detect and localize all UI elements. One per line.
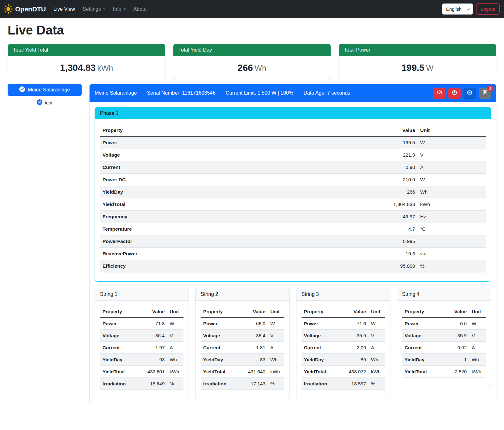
nav-live-view[interactable]: Live View [50, 4, 79, 15]
property-unit: V [268, 330, 284, 342]
column-header-unit: Unit [369, 306, 385, 318]
property-unit: var [418, 248, 486, 260]
property-name: Power [302, 318, 344, 330]
summary-card-total-yield-total: Total Yield Total 1,304.83kWh [8, 44, 165, 80]
inverter-select-test[interactable]: test [8, 99, 82, 106]
table-row: Irradiation17.143% [201, 378, 284, 390]
column-header-unit: Unit [268, 306, 284, 318]
property-value: 19.3 [376, 248, 418, 260]
property-value: 1.81 [243, 342, 268, 354]
table-row: Current2.00A [302, 342, 385, 354]
table-row: Temperature4.7°C [100, 223, 486, 235]
power-icon [451, 90, 457, 97]
inverter-panel-header: Meine Solaranlage Serial Number: 1161716… [90, 84, 496, 102]
power-toggle-button[interactable] [448, 88, 461, 99]
column-header-property: Property [201, 306, 243, 318]
property-value: 4.7 [376, 223, 418, 235]
inverter-select-meine-solaranlage[interactable]: Meine Solaranlage [8, 84, 82, 96]
brand[interactable]: OpenDTU [4, 4, 46, 14]
phase-body: Property Value Unit Power199.5WVoltage22… [95, 119, 491, 281]
property-unit: kWh [268, 366, 284, 378]
property-name: PowerFactor [100, 235, 376, 248]
property-value: 0.02 [445, 342, 469, 354]
string-table-head: Property Value Unit [100, 306, 184, 318]
inverter-actions: 2 [433, 88, 491, 99]
language-value: English [446, 6, 462, 12]
table-row: YieldTotal438.072kWh [302, 366, 385, 378]
table-row: Power71.8W [100, 318, 184, 330]
property-value: 431.640 [243, 366, 268, 378]
property-name: Temperature [100, 223, 376, 235]
property-unit: % [369, 378, 385, 390]
language-select[interactable]: English [442, 3, 473, 15]
phase-card: Phase 1 Property Value Unit Power199.5WV… [95, 107, 491, 282]
table-header-row: Property Value Unit [302, 306, 385, 318]
property-value: 2.00 [344, 342, 369, 354]
property-unit: Hz [418, 211, 486, 223]
nav-about[interactable]: About [130, 4, 151, 15]
table-row: YieldDay1Wh [402, 354, 486, 366]
property-value: 35.9 [445, 330, 469, 342]
column-header-property: Property [100, 124, 376, 137]
string-table-head: Property Value Unit [201, 306, 284, 318]
logout-button[interactable]: Logout [476, 3, 500, 15]
table-row: YieldTotal1,304.833kWh [100, 198, 486, 211]
table-row: YieldDay89Wh [302, 354, 385, 366]
string-table-body: Power71.8WVoltage36.4VCurrent1.97AYieldD… [100, 318, 184, 390]
table-header-row: Property Value Unit [100, 306, 184, 318]
summary-card-body: 199.5W [339, 56, 496, 80]
table-row: YieldTotal432.601kWh [100, 366, 184, 378]
property-unit: W [369, 318, 385, 330]
table-row: YieldTotal431.640kWh [201, 366, 284, 378]
property-unit: Wh [167, 354, 184, 366]
property-name: Voltage [100, 149, 376, 161]
summary-card-value: 266 [238, 63, 253, 73]
property-unit: Wh [369, 354, 385, 366]
column-header-value: Value [445, 306, 469, 318]
property-name: Voltage [402, 330, 445, 342]
property-name: Voltage [201, 330, 243, 342]
property-name: YieldTotal [402, 366, 445, 378]
property-value: 93 [142, 354, 167, 366]
table-row: Power199.5W [100, 137, 486, 149]
summary-card-unit: kWh [97, 64, 113, 72]
device-info-button[interactable] [464, 88, 476, 99]
property-name: Frequency [100, 211, 376, 223]
table-row: Power DC210.0W [100, 174, 486, 186]
property-name: Irradiation [100, 378, 142, 390]
limit-settings-button[interactable] [433, 88, 445, 99]
table-row: YieldDay83Wh [201, 354, 284, 366]
property-value: 18.597 [344, 378, 369, 390]
table-row: Irradiation18.597% [302, 378, 385, 390]
string-table: Property Value Unit Power71.8WVoltage36.… [100, 306, 184, 390]
property-value: 83 [243, 354, 268, 366]
phase-table-body: Power199.5WVoltage221.9VCurrent0.90APowe… [100, 137, 486, 272]
property-unit: kWh [167, 366, 184, 378]
event-log-button[interactable]: 2 [479, 88, 491, 99]
column-header-unit: Unit [469, 306, 486, 318]
caret-down-icon [103, 9, 105, 10]
property-unit [418, 235, 486, 248]
property-value: 1,304.833 [376, 198, 418, 211]
summary-card-unit: Wh [254, 64, 266, 72]
table-header-row: Property Value Unit [402, 306, 486, 318]
table-row: Voltage221.9V [100, 149, 486, 161]
property-unit: V [469, 330, 486, 342]
property-value: 266 [376, 186, 418, 198]
property-unit: A [418, 161, 486, 174]
property-name: YieldTotal [201, 366, 243, 378]
inverter-name: Meine Solaranlage [95, 90, 137, 96]
string-card-4: String 4 Property Value Unit [397, 288, 491, 387]
column-header-value: Value [243, 306, 268, 318]
property-unit: Wh [268, 354, 284, 366]
property-name: Current [302, 342, 344, 354]
string-card-2: String 2 Property Value Unit [195, 288, 289, 399]
nav-settings[interactable]: Settings [79, 4, 109, 15]
column-header-value: Value [344, 306, 369, 318]
summary-card-total-power: Total Power 199.5W [339, 44, 496, 80]
property-unit: kWh [418, 198, 486, 211]
event-count-badge: 2 [487, 85, 494, 92]
inverter-panel: Meine Solaranlage Serial Number: 1161716… [89, 84, 496, 404]
nav-info[interactable]: Info [109, 4, 130, 15]
summary-card-unit: W [426, 64, 433, 72]
